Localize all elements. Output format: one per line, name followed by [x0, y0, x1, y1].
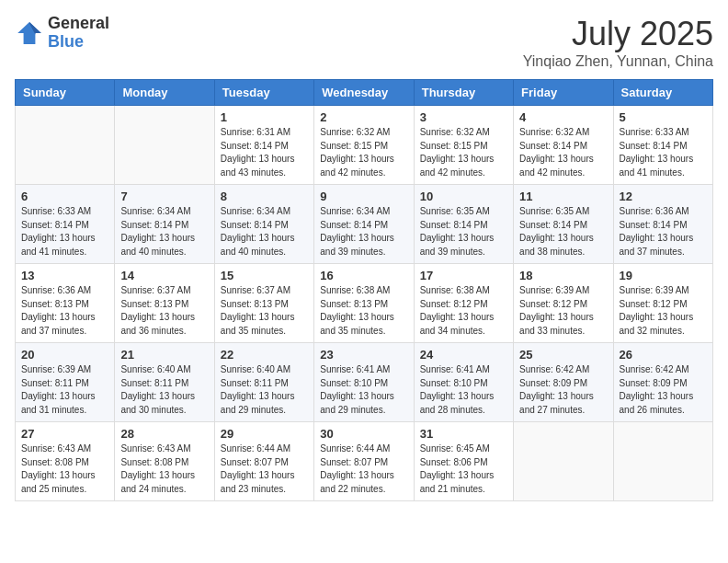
calendar-cell: 18Sunrise: 6:39 AM Sunset: 8:12 PM Dayli… [514, 264, 613, 343]
weekday-header-sunday: Sunday [16, 80, 115, 106]
day-info: Sunrise: 6:36 AM Sunset: 8:13 PM Dayligh… [21, 284, 108, 338]
day-number: 1 [221, 110, 308, 124]
calendar-week-row: 6Sunrise: 6:33 AM Sunset: 8:14 PM Daylig… [16, 185, 713, 264]
weekday-header-monday: Monday [115, 80, 214, 106]
day-info: Sunrise: 6:33 AM Sunset: 8:14 PM Dayligh… [620, 126, 707, 179]
calendar-cell: 8Sunrise: 6:34 AM Sunset: 8:14 PM Daylig… [214, 185, 313, 264]
calendar-cell: 12Sunrise: 6:36 AM Sunset: 8:14 PM Dayli… [613, 185, 712, 264]
weekday-header-thursday: Thursday [414, 80, 513, 106]
calendar-cell: 31Sunrise: 6:45 AM Sunset: 8:06 PM Dayli… [414, 422, 513, 501]
calendar-cell: 21Sunrise: 6:40 AM Sunset: 8:11 PM Dayli… [115, 343, 214, 422]
day-number: 19 [620, 269, 707, 282]
day-number: 7 [120, 190, 208, 203]
calendar-cell: 25Sunrise: 6:42 AM Sunset: 8:09 PM Dayli… [514, 343, 613, 422]
day-info: Sunrise: 6:43 AM Sunset: 8:08 PM Dayligh… [120, 442, 208, 496]
day-number: 13 [21, 269, 108, 282]
day-info: Sunrise: 6:35 AM Sunset: 8:14 PM Dayligh… [519, 205, 607, 259]
day-number: 29 [221, 427, 308, 441]
day-number: 17 [420, 269, 507, 282]
day-info: Sunrise: 6:43 AM Sunset: 8:08 PM Dayligh… [21, 442, 108, 496]
calendar-cell: 29Sunrise: 6:44 AM Sunset: 8:07 PM Dayli… [214, 422, 313, 501]
day-info: Sunrise: 6:40 AM Sunset: 8:11 PM Dayligh… [120, 363, 208, 417]
day-info: Sunrise: 6:39 AM Sunset: 8:12 PM Dayligh… [519, 284, 607, 338]
day-number: 25 [519, 348, 607, 362]
day-number: 9 [320, 190, 407, 203]
day-info: Sunrise: 6:31 AM Sunset: 8:14 PM Dayligh… [221, 126, 308, 179]
calendar-cell: 15Sunrise: 6:37 AM Sunset: 8:13 PM Dayli… [214, 264, 313, 343]
day-number: 23 [320, 348, 407, 362]
calendar-cell: 13Sunrise: 6:36 AM Sunset: 8:13 PM Dayli… [16, 264, 115, 343]
logo-blue-text: Blue [48, 33, 109, 52]
calendar-cell [514, 422, 613, 501]
calendar-cell: 6Sunrise: 6:33 AM Sunset: 8:14 PM Daylig… [16, 185, 115, 264]
day-number: 22 [221, 348, 308, 362]
day-number: 8 [221, 190, 308, 203]
calendar-cell: 30Sunrise: 6:44 AM Sunset: 8:07 PM Dayli… [314, 422, 414, 501]
day-number: 5 [620, 110, 707, 124]
logo: General Blue [15, 15, 109, 52]
day-number: 18 [519, 269, 607, 282]
calendar-cell: 28Sunrise: 6:43 AM Sunset: 8:08 PM Dayli… [115, 422, 214, 501]
day-number: 20 [21, 348, 108, 362]
day-info: Sunrise: 6:39 AM Sunset: 8:11 PM Dayligh… [21, 363, 108, 417]
calendar-cell: 9Sunrise: 6:34 AM Sunset: 8:14 PM Daylig… [314, 185, 414, 264]
calendar-week-row: 20Sunrise: 6:39 AM Sunset: 8:11 PM Dayli… [16, 343, 713, 422]
day-number: 30 [320, 427, 407, 441]
calendar-cell: 22Sunrise: 6:40 AM Sunset: 8:11 PM Dayli… [214, 343, 313, 422]
day-info: Sunrise: 6:33 AM Sunset: 8:14 PM Dayligh… [21, 205, 108, 259]
day-info: Sunrise: 6:34 AM Sunset: 8:14 PM Dayligh… [221, 205, 308, 259]
day-info: Sunrise: 6:35 AM Sunset: 8:14 PM Dayligh… [420, 205, 507, 259]
calendar-cell: 17Sunrise: 6:38 AM Sunset: 8:12 PM Dayli… [414, 264, 513, 343]
day-info: Sunrise: 6:44 AM Sunset: 8:07 PM Dayligh… [320, 442, 407, 496]
day-info: Sunrise: 6:42 AM Sunset: 8:09 PM Dayligh… [620, 363, 707, 417]
page-header: General Blue July 2025 Yinqiao Zhen, Yun… [15, 15, 713, 70]
day-info: Sunrise: 6:34 AM Sunset: 8:14 PM Dayligh… [320, 205, 407, 259]
calendar-week-row: 27Sunrise: 6:43 AM Sunset: 8:08 PM Dayli… [16, 422, 713, 501]
calendar-cell: 4Sunrise: 6:32 AM Sunset: 8:14 PM Daylig… [514, 106, 613, 185]
weekday-header-saturday: Saturday [613, 80, 712, 106]
day-info: Sunrise: 6:41 AM Sunset: 8:10 PM Dayligh… [420, 363, 507, 417]
logo-icon [15, 18, 44, 48]
calendar-cell: 26Sunrise: 6:42 AM Sunset: 8:09 PM Dayli… [613, 343, 712, 422]
calendar-cell: 1Sunrise: 6:31 AM Sunset: 8:14 PM Daylig… [214, 106, 313, 185]
calendar-subtitle: Yinqiao Zhen, Yunnan, China [523, 53, 713, 70]
calendar-cell: 14Sunrise: 6:37 AM Sunset: 8:13 PM Dayli… [115, 264, 214, 343]
day-number: 24 [420, 348, 507, 362]
weekday-header-friday: Friday [514, 80, 613, 106]
calendar-cell: 2Sunrise: 6:32 AM Sunset: 8:15 PM Daylig… [314, 106, 414, 185]
calendar-cell: 10Sunrise: 6:35 AM Sunset: 8:14 PM Dayli… [414, 185, 513, 264]
logo-general-text: General [48, 15, 109, 33]
day-info: Sunrise: 6:39 AM Sunset: 8:12 PM Dayligh… [620, 284, 707, 338]
weekday-header-row: SundayMondayTuesdayWednesdayThursdayFrid… [16, 80, 713, 106]
day-number: 10 [420, 190, 507, 203]
calendar-cell: 5Sunrise: 6:33 AM Sunset: 8:14 PM Daylig… [613, 106, 712, 185]
day-number: 21 [120, 348, 208, 362]
day-number: 4 [519, 110, 607, 124]
day-number: 12 [620, 190, 707, 203]
calendar-cell: 16Sunrise: 6:38 AM Sunset: 8:13 PM Dayli… [314, 264, 414, 343]
day-info: Sunrise: 6:32 AM Sunset: 8:15 PM Dayligh… [320, 126, 407, 179]
day-number: 27 [21, 427, 108, 441]
day-number: 16 [320, 269, 407, 282]
day-number: 3 [420, 110, 507, 124]
weekday-header-tuesday: Tuesday [214, 80, 313, 106]
logo-text: General Blue [48, 15, 109, 52]
calendar-cell: 20Sunrise: 6:39 AM Sunset: 8:11 PM Dayli… [16, 343, 115, 422]
day-info: Sunrise: 6:32 AM Sunset: 8:14 PM Dayligh… [519, 126, 607, 179]
day-info: Sunrise: 6:37 AM Sunset: 8:13 PM Dayligh… [120, 284, 208, 338]
day-info: Sunrise: 6:37 AM Sunset: 8:13 PM Dayligh… [221, 284, 308, 338]
weekday-header-wednesday: Wednesday [314, 80, 414, 106]
calendar-cell [16, 106, 115, 185]
day-number: 14 [120, 269, 208, 282]
day-number: 11 [519, 190, 607, 203]
calendar-cell: 3Sunrise: 6:32 AM Sunset: 8:15 PM Daylig… [414, 106, 513, 185]
day-number: 6 [21, 190, 108, 203]
calendar-table: SundayMondayTuesdayWednesdayThursdayFrid… [15, 79, 713, 501]
calendar-cell: 27Sunrise: 6:43 AM Sunset: 8:08 PM Dayli… [16, 422, 115, 501]
title-block: July 2025 Yinqiao Zhen, Yunnan, China [523, 15, 713, 70]
day-info: Sunrise: 6:42 AM Sunset: 8:09 PM Dayligh… [519, 363, 607, 417]
day-info: Sunrise: 6:41 AM Sunset: 8:10 PM Dayligh… [320, 363, 407, 417]
day-info: Sunrise: 6:45 AM Sunset: 8:06 PM Dayligh… [420, 442, 507, 496]
day-info: Sunrise: 6:44 AM Sunset: 8:07 PM Dayligh… [221, 442, 308, 496]
day-info: Sunrise: 6:38 AM Sunset: 8:12 PM Dayligh… [420, 284, 507, 338]
